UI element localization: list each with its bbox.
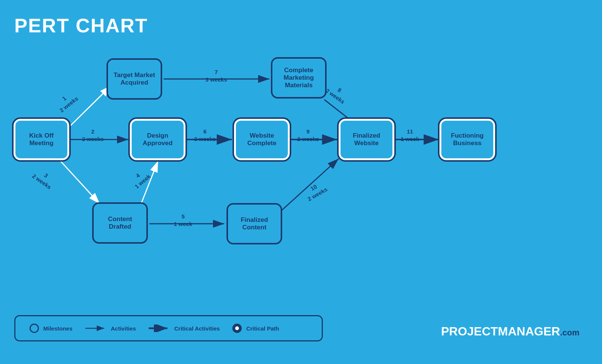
arrow-label-3: 3 2 weeks: [31, 166, 57, 191]
arrow-label-11: 11 1 week: [401, 128, 419, 143]
node-label: CompleteMarketingMaterials: [284, 67, 314, 89]
node-label: Kick OffMeeting: [29, 132, 53, 147]
node-label: FuctioningBusiness: [451, 132, 484, 147]
node-label: Target MarketAcquired: [114, 71, 155, 86]
svg-line-11: [281, 159, 339, 211]
logo-project: PROJECT: [441, 325, 498, 338]
node-label: WebsiteComplete: [247, 132, 276, 147]
project-manager-logo: PROJECTMANAGER.com: [441, 325, 579, 338]
node-finalized-website: FinalizedWebsite: [339, 119, 394, 160]
circle-empty-icon: [29, 323, 40, 334]
arrow-label-4: 4 1 week: [128, 167, 152, 190]
logo-manager: MANAGER: [498, 325, 560, 338]
legend-critical-path-label: Critical Path: [246, 325, 279, 332]
legend-critical-activities: Critical Activities: [148, 325, 220, 332]
node-label: FinalizedWebsite: [353, 132, 380, 147]
arrow-label-9: 9 2 weeks: [297, 128, 319, 143]
arrow-thin-icon: [85, 325, 107, 332]
node-content-drafted: ContentDrafted: [92, 202, 148, 244]
legend-milestones: Milestones: [29, 323, 73, 334]
circle-filled-icon: [232, 323, 242, 334]
node-label: ContentDrafted: [108, 215, 132, 231]
arrow-label-2: 2 2 weeks: [82, 128, 104, 143]
arrow-thick-icon: [148, 325, 170, 332]
legend-activities: Activities: [85, 325, 136, 332]
node-complete-marketing: CompleteMarketingMaterials: [271, 57, 327, 99]
node-website-complete: WebsiteComplete: [234, 119, 290, 160]
arrows-svg: [0, 0, 602, 364]
node-finalized-content: FinalizedContent: [227, 203, 282, 244]
legend: Milestones Activities Critical Activitie…: [14, 315, 323, 341]
arrow-label-10: 10 2 weeks: [303, 179, 328, 203]
node-label: FinalizedContent: [241, 216, 268, 231]
page-title: PERT CHART: [14, 14, 148, 37]
legend-critical-path: Critical Path: [232, 323, 279, 334]
arrow-label-7: 7 3 weeks: [205, 68, 227, 83]
node-functioning-business: FuctioningBusiness: [439, 119, 495, 160]
arrow-label-5: 5 1 week: [174, 213, 192, 228]
node-kick-off-meeting: Kick OffMeeting: [14, 119, 69, 160]
node-target-market: Target MarketAcquired: [106, 58, 162, 100]
arrow-label-8: 8 2 weeks: [324, 81, 351, 105]
svg-point-19: [235, 326, 239, 330]
svg-line-4: [58, 159, 100, 204]
arrow-label-1: 1 2 weeks: [53, 89, 79, 114]
node-label: DesignApproved: [143, 132, 172, 147]
legend-milestones-label: Milestones: [43, 325, 73, 332]
logo-dotcom: .com: [560, 328, 579, 337]
svg-point-13: [30, 324, 38, 332]
node-design-approved: DesignApproved: [130, 119, 185, 160]
legend-critical-activities-label: Critical Activities: [174, 325, 220, 332]
arrow-label-6: 6 3 weeks: [194, 128, 216, 143]
legend-activities-label: Activities: [111, 325, 136, 332]
